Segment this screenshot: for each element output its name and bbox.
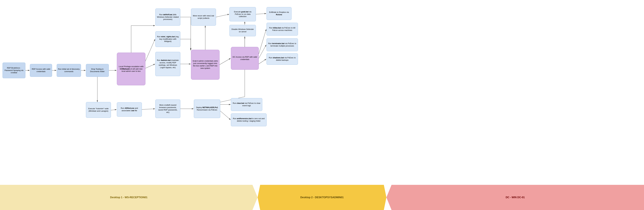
node-deploy-netwalker: Deploy NETWALKER.Ps1 Ransomware via PsEx… (194, 100, 220, 118)
node-exfiltrate-label: Exfiltrate to Dropbox via Rclone (268, 11, 290, 16)
node-run-killav: Run killav.bat via PsExec to kill Falcon… (266, 23, 298, 36)
svg-line-13 (142, 109, 155, 109)
node-run-shadows: Run shadows.bat via PsExec to delete bac… (266, 53, 298, 65)
svg-line-6 (216, 14, 229, 17)
diagram-container: RDP Bruteforce - Password Spraying via c… (0, 0, 644, 185)
node-run-terminator: Run terminator.bat via PsExec to termina… (266, 38, 298, 51)
node-rdp-access: RDP Access with valid credentials (30, 64, 52, 77)
node-run-adfind: Run ADfind.exe and associated .bat file (117, 102, 142, 116)
node-run-deffoff: Run deffoff.bat (kills Windows Defender … (155, 8, 180, 26)
node-dc-access-label: DC Access via RDP with valid credentials (232, 56, 258, 61)
node-disable-defender: Disable Windows Defender on server (230, 25, 256, 36)
node-run-4admin-label: Run 4admin.bat (maintain access, modify … (157, 59, 179, 69)
node-rdp-brute: RDP Bruteforce - Password Spraying via c… (2, 63, 25, 78)
node-local-privesc: Local Privilage escalation with COMahawk… (117, 53, 146, 85)
bar-desktop2: Desktop 2 - DESKTOPSYSADMIN01 (258, 185, 386, 210)
node-run-discovery-label: Run initial set of discovery commands (58, 68, 80, 73)
node-run-clear: Run clear.bat via PsExec to clear event … (231, 98, 262, 111)
node-run-deffoff-label: Run deffoff.bat (kills Windows Defender … (157, 13, 179, 21)
node-run-shadows-label: Run shadows.bat via PsExec to delete bac… (268, 57, 297, 61)
node-execute-automim: Execute "Automim" suite (Mimikatz and La… (86, 102, 111, 118)
node-execute-grab-label: Execute grab.bat via PsExec to run data … (231, 11, 254, 18)
bar-dc: DC - WIN DC-01 (386, 185, 644, 210)
bar-desktop2-label: Desktop 2 - DESKTOPSYSADMIN01 (300, 196, 344, 199)
node-execute-grab: Execute grab.bat via PsExec to run data … (230, 7, 256, 21)
node-more-credtheft: More credteft (saved browsers passwords,… (155, 100, 180, 118)
node-drop-tooling: Drop Tooling in Documents folder (86, 64, 109, 77)
node-more-recon: More recon with new1.bat script (collect… (191, 8, 216, 26)
node-run-4admin: Run 4admin.bat (maintain access, modify … (155, 52, 180, 76)
node-more-recon-label: More recon with new1.bat script (collect… (192, 15, 215, 19)
node-dc-access: DC Access via RDP with valid credentials (231, 47, 259, 70)
svg-line-16 (220, 111, 231, 120)
node-deploy-netwalker-label: Deploy NETWALKER.Ps1 Ransomware via PsEx… (195, 106, 219, 111)
svg-line-12 (111, 109, 116, 110)
bar-dc-label: DC - WIN DC-01 (506, 196, 525, 199)
arrows-svg (0, 0, 644, 185)
node-drop-tooling-label: Drop Tooling in Documents folder (87, 68, 108, 73)
svg-line-9 (259, 29, 266, 54)
node-grab-itadmin: Grab it-admin credentials (who just conv… (191, 50, 220, 80)
node-local-privesc-label: Local Privilage escalation with COMahawk… (118, 65, 144, 73)
svg-line-7 (220, 58, 231, 65)
node-run-antiforensics-label: Run antiforensics.bat to zero out and de… (232, 117, 265, 122)
node-grab-itadmin-label: Grab it-admin credentials (who just conv… (192, 60, 218, 70)
node-run-discovery: Run initial set of discovery commands (57, 64, 81, 77)
node-run-mimi: Run mimi_rights.bat (reg key modificatio… (155, 31, 180, 47)
node-run-clear-label: Run clear.bat via PsExec to clear event … (232, 102, 261, 107)
node-exfiltrate: Exfiltrate to Dropbox via Rclone (266, 7, 292, 20)
bottom-bar: Desktop 1 - WS-RECEPTION01 Desktop 2 - D… (0, 185, 644, 210)
node-more-credtheft-label: More credteft (saved browsers passwords,… (157, 104, 179, 113)
svg-line-8 (256, 13, 266, 14)
svg-line-10 (259, 45, 266, 58)
node-rdp-brute-label: RDP Bruteforce - Password Spraying via c… (4, 67, 24, 74)
bar-desktop1-label: Desktop 1 - WS-RECEPTION01 (110, 196, 148, 199)
node-run-killav-label: Run killav.bat via PsExec to kill Falcon… (268, 27, 297, 32)
node-run-adfind-label: Run ADfind.exe and associated .bat file (118, 107, 140, 112)
node-disable-defender-label: Disable Windows Defender on server (231, 28, 254, 33)
node-rdp-access-label: RDP Access with valid credentials (31, 68, 51, 73)
node-run-terminator-label: Run terminator.bat via PsExec to termina… (268, 42, 297, 47)
bar-desktop1: Desktop 1 - WS-RECEPTION01 (0, 185, 258, 210)
node-run-antiforensics: Run antiforensics.bat to zero out and de… (231, 113, 266, 126)
svg-line-11 (259, 59, 266, 64)
node-execute-automim-label: Execute "Automim" suite (Mimikatz and La… (87, 107, 110, 112)
node-run-mimi-label: Run mimi_rights.bat (reg key modificatio… (157, 36, 179, 43)
